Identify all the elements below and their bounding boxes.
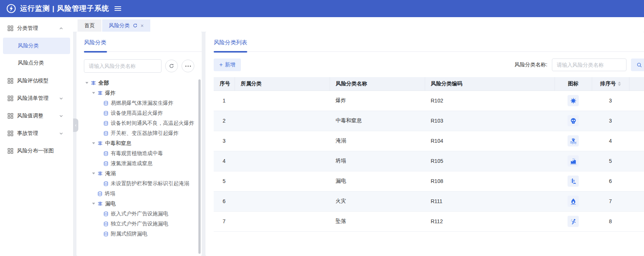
tree-more-button[interactable] (182, 60, 194, 72)
search-button[interactable]: 搜 (631, 59, 644, 71)
sidebar-item-risk-category[interactable]: 风险分类 (3, 38, 70, 54)
tab-home[interactable]: 首页 (78, 19, 101, 32)
tab-label: 首页 (84, 22, 95, 29)
sidebar-item-risk-map[interactable]: 风险分布一张图 (0, 142, 73, 159)
column-header-code: 风险分类编码 (425, 77, 555, 91)
electric-leak-icon (568, 176, 579, 187)
database-leaf-icon (103, 231, 109, 237)
cell-index: 1 (214, 91, 235, 111)
table-row[interactable]: 7 坠落 R112 8 (214, 211, 644, 231)
tree-leaf[interactable]: 未设置防护栏和警示标识引起淹溺 (84, 178, 202, 189)
column-header-parent: 所属分类 (235, 77, 330, 91)
add-button[interactable]: + 新增 (214, 59, 241, 71)
table-row[interactable]: 6 火灾 R111 7 (214, 191, 644, 211)
cell-index: 6 (214, 191, 235, 211)
category-node-icon (97, 171, 103, 176)
column-header-sort: 排序号 (592, 77, 629, 91)
tree-leaf[interactable]: 附属式招牌漏电 (84, 229, 202, 239)
tree-node-label: 爆炸 (105, 90, 116, 97)
tree-leaf[interactable]: 嵌入式户外广告设施漏电 (84, 209, 202, 219)
app-logo-icon (6, 3, 16, 14)
tree-leaf-label: 易燃易爆气体泄漏发生爆炸 (111, 100, 173, 107)
tree-leaf-label: 开关柜、变压器故障引起爆炸 (111, 130, 179, 137)
cell-index: 7 (214, 211, 235, 231)
cell-code: R108 (425, 171, 555, 191)
cell-name: 爆炸 (330, 91, 425, 111)
database-leaf-icon (103, 161, 109, 166)
caret-down-icon[interactable] (92, 203, 95, 205)
sidebar-item-accident-mgmt[interactable]: 事故管理 (0, 124, 73, 142)
sort-carets-icon[interactable] (618, 82, 621, 86)
sidebar-item-category-mgmt[interactable]: 分类管理 (0, 19, 73, 37)
fire-icon (568, 196, 579, 207)
tree-leaf-label: 设备使用高温起火爆炸 (111, 110, 163, 117)
cell-sort: 3 (592, 91, 629, 111)
sidebar-item-risk-value-adjust[interactable]: 风险值调整 (0, 107, 73, 124)
tree-leaf[interactable]: 开关柜、变压器故障引起爆炸 (84, 128, 202, 138)
database-leaf-icon (97, 191, 103, 196)
sidebar-item-risk-point-category[interactable]: 风险点分类 (3, 55, 70, 71)
tree-leaf[interactable]: 有毒观赏植物造成中毒 (84, 148, 202, 158)
grid-icon (7, 113, 13, 119)
tab-close-icon[interactable]: × (141, 23, 144, 28)
hamburger-menu-icon[interactable] (114, 6, 121, 11)
sidebar-collapse-handle[interactable]: ‹ (73, 118, 78, 132)
tree-node[interactable]: 爆炸 (84, 88, 202, 98)
caret-down-icon[interactable] (92, 142, 95, 144)
tree-scrollbar[interactable] (198, 79, 201, 254)
risk-name-filter-input[interactable] (552, 59, 626, 71)
cell-index: 5 (214, 171, 235, 191)
sidebar: 分类管理 风险分类 风险点分类 风险评估模型 风险清单管理 风险值调整 事故管理 (0, 17, 73, 256)
list-panel-title-underline (214, 51, 644, 53)
grid-icon (7, 25, 13, 31)
tree-leaf[interactable]: 设备使用高温起火爆炸 (84, 108, 202, 118)
table-row[interactable]: 5 漏电 R108 6 (214, 171, 644, 191)
tree-leaf-label: 未设置防护栏和警示标识引起淹溺 (111, 180, 189, 187)
caret-down-icon[interactable] (92, 92, 95, 94)
sort-control[interactable]: 排序号 (600, 80, 621, 87)
explosion-icon (568, 95, 579, 106)
tree-leaf-label: 液氮泄漏造成窒息 (111, 160, 153, 167)
tree-node[interactable]: 中毒和窒息 (84, 138, 202, 148)
sidebar-item-risk-model[interactable]: 风险评估模型 (0, 72, 73, 89)
tree-leaf[interactable]: 独立式户外广告设施漏电 (84, 219, 202, 229)
tree-leaf[interactable]: 设备长时间通风不良，高温起火爆炸 (84, 118, 202, 128)
tree-leaf[interactable]: 坍塌 (84, 189, 202, 199)
tree-leaf-label: 有毒观赏植物造成中毒 (111, 150, 163, 157)
sidebar-item-label: 分类管理 (17, 25, 59, 32)
cell-index: 4 (214, 151, 235, 171)
database-leaf-icon (103, 151, 109, 156)
table-row[interactable]: 3 淹溺 R104 4 (214, 131, 644, 151)
tab-risk-category[interactable]: 风险分类 × (102, 19, 150, 32)
tree-panel-title: 风险分类 (84, 39, 202, 46)
category-node-icon (91, 80, 96, 86)
tree-leaf[interactable]: 液氮泄漏造成窒息 (84, 158, 202, 168)
drowning-icon (568, 135, 579, 146)
caret-down-icon[interactable] (92, 173, 95, 174)
table-row[interactable]: 1 爆炸 R102 3 (214, 91, 644, 111)
cell-code: R105 (425, 151, 555, 171)
cell-sort: 6 (592, 171, 629, 191)
cell-sort: 7 (592, 191, 629, 211)
tree-node-all[interactable]: 全部 (84, 78, 202, 88)
tree-leaf-label: 独立式户外广告设施漏电 (111, 221, 168, 227)
database-leaf-icon (103, 111, 109, 116)
tab-refresh-icon[interactable] (133, 23, 138, 28)
cell-name: 坠落 (330, 211, 425, 231)
tree-leaf-label: 坍塌 (105, 190, 115, 197)
caret-down-icon[interactable] (85, 82, 88, 84)
column-header-index: 序号 (214, 77, 235, 91)
plus-icon: + (219, 62, 223, 68)
database-leaf-icon (103, 101, 109, 106)
table-row[interactable]: 2 中毒和窒息 R103 3 (214, 111, 644, 131)
tree-search-input[interactable] (84, 59, 161, 73)
sidebar-item-label: 风险评估模型 (17, 78, 67, 84)
tree-leaf[interactable]: 易燃易爆气体泄漏发生爆炸 (84, 98, 202, 108)
tree-node[interactable]: 淹溺 (84, 168, 202, 178)
sidebar-item-risk-list-mgmt[interactable]: 风险清单管理 (0, 89, 73, 107)
tree-node[interactable]: 漏电 (84, 199, 202, 209)
tree-refresh-button[interactable] (165, 60, 178, 72)
table-row[interactable]: 4 坍塌 R105 5 (214, 151, 644, 171)
chevron-up-icon (59, 26, 63, 31)
sidebar-item-label: 风险分类 (18, 42, 39, 49)
